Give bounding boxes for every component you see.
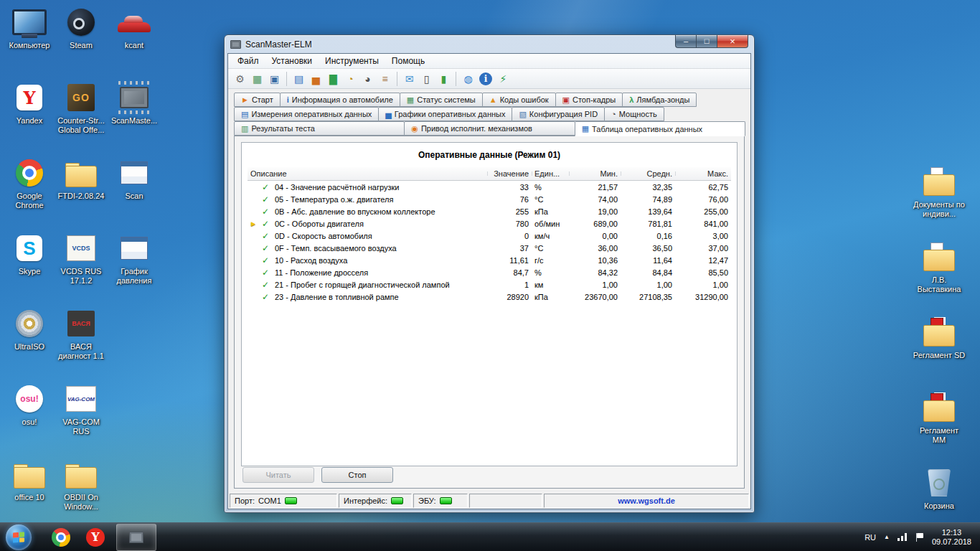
tab-live-table[interactable]: ▦Таблица оперативных данных	[575, 121, 745, 136]
connect-icon[interactable]: ⚙	[232, 70, 248, 87]
column-header-1[interactable]: Значение	[487, 169, 532, 178]
wgsoft-link[interactable]: www.wgsoft.de	[618, 496, 675, 505]
menu-tools[interactable]: Инструменты	[319, 55, 385, 67]
battery-icon[interactable]: ▮	[435, 70, 452, 87]
read-button[interactable]: Читать	[242, 467, 314, 483]
interface-settings-icon[interactable]: ▦	[249, 70, 265, 87]
ok-check-icon: ✓	[259, 244, 272, 253]
terminal-icon[interactable]: ✉	[401, 70, 418, 87]
table-row[interactable]: ✓0D - Скорость автомобиля0км/ч0,000,163,…	[248, 230, 731, 242]
column-header-5[interactable]: Макс.	[675, 169, 731, 178]
exit-icon[interactable]: ⚡	[495, 70, 512, 87]
row-description: 0B - Абс. давление во впускном коллектор…	[272, 207, 487, 216]
language-indicator[interactable]: RU	[864, 533, 876, 542]
ecu-label: ЭБУ:	[418, 496, 436, 505]
table-row[interactable]: ►✓0C - Обороты двигателя780об/мин689,007…	[248, 217, 731, 230]
row-max: 62,75	[675, 183, 731, 192]
port-status-led	[285, 497, 297, 504]
start-button[interactable]	[6, 524, 32, 550]
desktop-icon-ftdi[interactable]: FTDI-2.08.24	[55, 154, 108, 229]
column-header-2[interactable]: Един...	[532, 169, 569, 178]
desktop-icon-computer[interactable]: Компьютер	[3, 3, 56, 78]
desktop-icon-ultraiso[interactable]: UltraISO	[3, 304, 56, 380]
desktop-icon-dokumenty-po-individ[interactable]: Документы по индиви...	[913, 162, 966, 237]
title-bar[interactable]: ScanMaster-ELM – □ ×	[227, 35, 751, 53]
taskbar-chrome-icon[interactable]	[50, 527, 72, 548]
column-header-3[interactable]: Мин.	[569, 169, 621, 178]
clock-time: 12:13	[932, 528, 971, 537]
tab-test-results[interactable]: ▥Результаты теста	[234, 121, 405, 136]
tab-freeze-frames[interactable]: ▣Стоп-кадры	[555, 93, 623, 107]
language-globe-icon[interactable]: ◍	[460, 70, 476, 87]
tab-power[interactable]: ◔Мощность	[604, 107, 664, 121]
desktop-icon-csgo[interactable]: Counter-Str... Global Offe...	[55, 78, 108, 154]
menu-settings[interactable]: Установки	[265, 55, 319, 67]
desktop-icon-label: UltraISO	[14, 342, 44, 352]
close-button[interactable]: ×	[717, 35, 748, 48]
table-row[interactable]: ✓21 - Пробег с горящей диагностической л…	[248, 278, 731, 291]
scanmaster-chip-icon	[129, 532, 143, 543]
row-min: 21,57	[569, 183, 621, 192]
hidden-icons-chevron-icon[interactable]: ▲	[884, 534, 890, 540]
desktop-icon-obdii-on-windows[interactable]: OBDII On Window...	[55, 455, 108, 530]
table-row[interactable]: ✓11 - Положение дросселя84,7%84,3284,848…	[248, 266, 731, 278]
maximize-button[interactable]: □	[696, 35, 717, 48]
table-row[interactable]: ✓23 - Давление в топливной рампе28920кПа…	[248, 291, 731, 303]
desktop-icon-office-10[interactable]: office 10	[3, 455, 56, 530]
data-table-body: ✓04 - Значение расчётной нагрузки33%21,5…	[248, 181, 731, 303]
info-icon[interactable]: i	[479, 72, 492, 85]
row-avg: 32,35	[621, 183, 675, 192]
desktop-icon-vasya-diagnost[interactable]: ВАСЯ диагност 1.1	[55, 304, 108, 380]
device-icon[interactable]: ▯	[418, 70, 435, 87]
desktop-icon-lv-vystavkina[interactable]: Л.В. Выставкина	[913, 237, 966, 313]
taskbar-clock[interactable]: 12:13 09.07.2018	[932, 528, 971, 547]
taskbar-scanmaster-button[interactable]	[116, 524, 156, 551]
live-data-icon[interactable]: ▤	[291, 70, 307, 87]
menu-help[interactable]: Помощь	[385, 55, 431, 67]
desktop-icon-scanmaster[interactable]: ScanMaste...	[108, 78, 161, 154]
desktop-icon-steam[interactable]: Steam	[55, 3, 108, 78]
desktop-icon-yandex[interactable]: Yandex	[3, 78, 56, 154]
tab-lambda-sensors[interactable]: λЛямбда-зонды	[622, 93, 697, 107]
desktop-icon-vag-com-rus[interactable]: VAG-COM RUS	[55, 380, 108, 455]
ecu-monitor-icon[interactable]: ▣	[266, 70, 283, 87]
table-row[interactable]: ✓0F - Темп. всасываемого воздуха37°C36,0…	[248, 242, 731, 254]
column-header-4[interactable]: Средн.	[621, 169, 675, 178]
table-row[interactable]: ✓0B - Абс. давление во впускном коллекто…	[248, 205, 731, 217]
tab-error-codes[interactable]: ▲Коды ошибок	[482, 93, 556, 107]
table-row[interactable]: ✓04 - Значение расчётной нагрузки33%21,5…	[248, 181, 731, 193]
tab-pid-config[interactable]: ▧Конфигурация PID	[512, 107, 605, 121]
tab-system-status[interactable]: ▦Статус системы	[400, 93, 483, 107]
desktop-icon-reglament-sd[interactable]: Регламент SD	[913, 313, 966, 388]
tab-live-measurements[interactable]: ▤Измерения оперативных данных	[234, 107, 379, 121]
stop-button[interactable]: Стоп	[321, 467, 393, 483]
gauge-icon[interactable]: ◔	[342, 70, 359, 87]
tab-system-status-icon: ▦	[407, 96, 414, 104]
network-icon[interactable]	[897, 533, 908, 541]
minimize-button[interactable]: –	[675, 35, 696, 48]
charts-icon[interactable]: ▇	[325, 70, 341, 87]
live-data-table: ОписаниеЗначениеЕдин...Мин.Средн.Макс. ✓…	[248, 167, 731, 303]
graphs-icon[interactable]: ▅	[308, 70, 324, 87]
table-row[interactable]: ✓05 - Температура о.ж. двигателя76°C74,0…	[248, 193, 731, 205]
desktop-icon-google-chrome[interactable]: Google Chrome	[3, 154, 56, 229]
desktop-icon-skype[interactable]: Skype	[3, 229, 56, 304]
desktop-icon-grafik-davleniya[interactable]: График давления	[108, 229, 161, 304]
menu-file[interactable]: Файл	[231, 55, 265, 67]
report-icon[interactable]: ≡	[377, 70, 393, 87]
row-min: 74,00	[569, 195, 621, 204]
desktop-icon-kcant[interactable]: kcant	[108, 3, 161, 78]
taskbar-yandex-icon[interactable]	[85, 527, 106, 548]
action-center-flag-icon[interactable]	[915, 533, 924, 542]
tab-live-graphs[interactable]: ▅Графики оперативных данных	[378, 107, 512, 121]
desktop-icon-vcds-rus[interactable]: VCDS RUS 17.1.2	[55, 229, 108, 304]
column-header-0[interactable]: Описание	[248, 169, 487, 178]
desktop-icon-osu[interactable]: osu!	[3, 380, 56, 455]
tab-vehicle-info[interactable]: iИнформация о автомобиле	[280, 93, 400, 107]
table-row[interactable]: ✓10 - Расход воздуха11,61г/с10,3611,6412…	[248, 254, 731, 266]
tab-actuators[interactable]: ◉Привод исполнит. механизмов	[404, 121, 575, 136]
dial-icon[interactable]: ◕	[359, 70, 376, 87]
tab-start[interactable]: ►Старт	[234, 93, 281, 107]
desktop-icon-reglament-mm[interactable]: Регламент ММ	[913, 388, 966, 463]
desktop-icon-scan[interactable]: Scan	[108, 154, 161, 229]
